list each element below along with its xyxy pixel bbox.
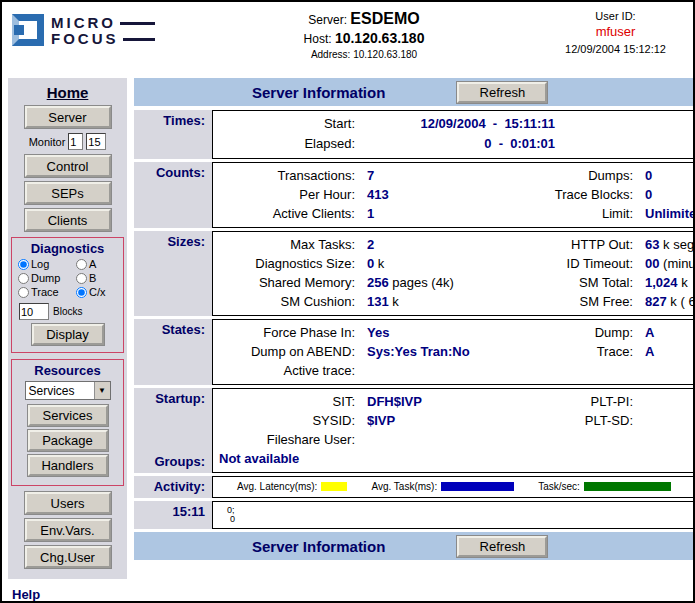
kv-row: Dump on ABEND:Sys:Yes Tran:NoTrace:A	[219, 342, 695, 361]
legend-task: Avg. Task(ms):	[371, 481, 514, 492]
server-name: ESDEMO	[350, 10, 419, 27]
counts-label: Counts:	[134, 162, 212, 228]
kv-row: Force Phase In:YesDump:A	[219, 323, 695, 342]
diagnostics-title: Diagnostics	[13, 241, 122, 256]
task-bar	[441, 482, 514, 491]
activity-section: Activity: Avg. Latency(ms): Avg. Task(ms…	[134, 476, 695, 498]
kv-row: Transactions:7Dumps:0	[219, 166, 695, 185]
groups-value-row: Not available	[219, 449, 695, 468]
kv-row: Active trace:	[219, 361, 695, 380]
chevron-down-icon[interactable]: ▼	[94, 382, 110, 399]
user-id-value: mfuser	[548, 24, 683, 39]
logo-bar	[120, 22, 155, 25]
radio-cx-input[interactable]	[76, 287, 87, 298]
radio-trace[interactable]: Trace	[18, 286, 76, 298]
kv-row: SM Cushion:131 kSM Free:827 k ( 6 )	[219, 292, 695, 311]
page-title: Server Information	[252, 84, 385, 101]
groups-value: Not available	[219, 451, 299, 466]
activity-label: Activity:	[134, 476, 212, 498]
home-link[interactable]: Home	[8, 84, 127, 101]
counts-section: Counts: Transactions:7Dumps:0 Per Hour:4…	[134, 162, 695, 228]
startup-section: Startup: Groups: SIT:DFH$IVPPLT-PI: SYSI…	[134, 388, 695, 473]
blocks-input[interactable]	[19, 303, 49, 320]
body: Home Server Monitor Control SEPs Clients…	[2, 76, 693, 603]
kv-row: Elapsed:0 - 0:01:01	[219, 134, 695, 154]
user-id-label: User ID:	[548, 10, 683, 22]
header: MICRO FOCUS Server: ESDEMO Host: 10.120.…	[2, 2, 693, 76]
envvars-button[interactable]: Env.Vars.	[25, 519, 111, 541]
control-button[interactable]: Control	[25, 155, 111, 177]
address-label: Address:	[311, 49, 350, 60]
radio-dump-input[interactable]	[18, 273, 29, 284]
states-label: States:	[134, 319, 212, 385]
timeline-time: 15:11	[134, 501, 212, 529]
services-button[interactable]: Services	[28, 405, 108, 426]
footer-refresh-button[interactable]: Refresh	[457, 536, 547, 557]
radio-dump[interactable]: Dump	[18, 272, 76, 284]
left-column: Home Server Monitor Control SEPs Clients…	[8, 78, 127, 603]
field-label: Elapsed:	[219, 134, 367, 154]
diagnostics-panel: Diagnostics Log A Dump B Trace C/x Block…	[11, 237, 124, 353]
package-button[interactable]: Package	[28, 430, 108, 451]
kv-row: Start:12/09/2004 - 15:11:11	[219, 114, 695, 134]
logo-bar	[123, 38, 156, 41]
handlers-button[interactable]: Handlers	[28, 455, 108, 476]
radio-trace-input[interactable]	[18, 287, 29, 298]
footer-title: Server Information	[252, 538, 385, 555]
server-button[interactable]: Server	[25, 106, 111, 128]
microfocus-logo: MICRO FOCUS	[12, 8, 180, 74]
radio-log-input[interactable]	[18, 259, 29, 270]
kv-row: Fileshare User:	[219, 430, 695, 449]
states-section: States: Force Phase In:YesDump:A Dump on…	[134, 319, 695, 385]
user-info: User ID: mfuser 12/09/2004 15:12:12	[548, 8, 683, 74]
logo-word-micro: MICRO	[51, 16, 155, 30]
kv-row: Max Tasks:2 HTTP Out:63 k segments	[219, 235, 695, 254]
radio-cx[interactable]: C/x	[76, 286, 122, 298]
chguser-button[interactable]: Chg.User	[25, 546, 111, 568]
microfocus-logo-icon	[12, 14, 44, 46]
radio-log[interactable]: Log	[18, 258, 76, 270]
times-section: Times: Start:12/09/2004 - 15:11:11 Elaps…	[134, 110, 695, 159]
latency-bar	[321, 482, 347, 491]
main-panel: Server Information Refresh Times: Start:…	[134, 78, 695, 564]
host-label: Host:	[304, 32, 332, 46]
resources-select[interactable]: Services ▼	[25, 381, 111, 400]
timeline-section: 15:11 0; 0	[134, 501, 695, 529]
kv-row: Per Hour:413Trace Blocks:0	[219, 185, 695, 204]
display-button[interactable]: Display	[32, 324, 104, 345]
server-label: Server:	[308, 13, 347, 27]
logo-word-focus: FOCUS	[51, 32, 155, 46]
kv-row: SYSID:$IVPPLT-SD:	[219, 411, 695, 430]
kv-row: SIT:DFH$IVPPLT-PI:	[219, 392, 695, 411]
field-value: 0 - 0:01:01	[367, 134, 555, 154]
monitor-input-1[interactable]	[68, 133, 83, 150]
monitor-row: Monitor	[8, 133, 127, 150]
radio-a[interactable]: A	[76, 258, 122, 270]
sizes-label: Sizes:	[134, 231, 212, 316]
diagnostics-radio-group: Log A Dump B Trace C/x	[13, 258, 122, 298]
legend-tasksec: Task/sec:	[538, 481, 671, 492]
radio-a-input[interactable]	[76, 259, 87, 270]
timeline-value-2: 0	[227, 515, 695, 524]
radio-b[interactable]: B	[76, 272, 122, 284]
kv-row: Active Clients:1Limit:Unlimited	[219, 204, 695, 223]
help-label: Help	[12, 587, 127, 602]
field-label: Start:	[219, 114, 367, 134]
main-title-bar: Server Information Refresh	[134, 78, 695, 106]
monitor-input-2[interactable]	[86, 133, 106, 150]
startup-label: Startup:	[134, 391, 205, 406]
resources-panel: Resources Services ▼ Services Package Ha…	[11, 359, 124, 486]
page: MICRO FOCUS Server: ESDEMO Host: 10.120.…	[0, 0, 695, 603]
radio-b-input[interactable]	[76, 273, 87, 284]
address-value: 10.120.63.180	[353, 49, 417, 60]
timeline-value-1: 0;	[227, 506, 695, 515]
kv-row: Shared Memory:256 pages (4k)SM Total:1,0…	[219, 273, 695, 292]
footer-title-bar: Server Information Refresh	[134, 532, 695, 560]
monitor-label: Monitor	[29, 136, 66, 148]
clients-button[interactable]: Clients	[25, 209, 111, 231]
seps-button[interactable]: SEPs	[25, 182, 111, 204]
users-button[interactable]: Users	[25, 492, 111, 514]
refresh-button[interactable]: Refresh	[457, 82, 547, 103]
host-value: 10.120.63.180	[335, 30, 425, 46]
field-value: 12/09/2004 - 15:11:11	[367, 114, 555, 134]
